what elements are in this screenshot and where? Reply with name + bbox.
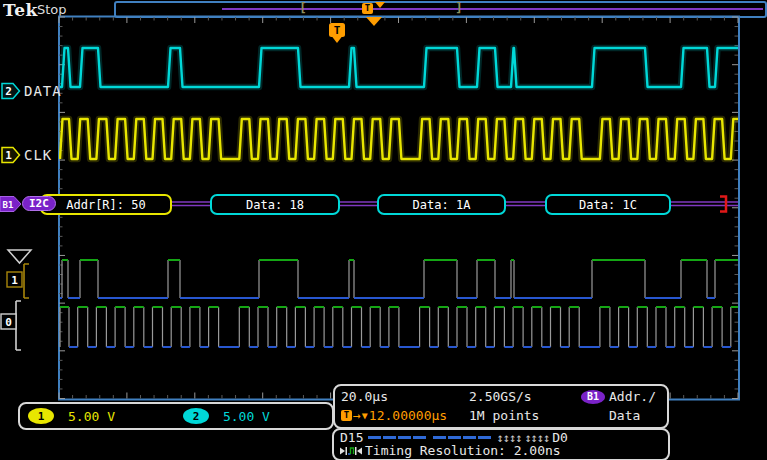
svg-text:B1: B1 <box>3 200 14 210</box>
horizontal-readout: 20.0µs 2.50GS/s B1 Addr./ T → ▼ 12.00000… <box>333 384 669 429</box>
ch2-data-trace <box>60 48 740 87</box>
d15-label: D15 <box>340 430 363 445</box>
ch2-label: DATA <box>24 83 62 99</box>
sample-rate: 2.50GS/s <box>469 389 581 404</box>
digital-readout: D15 ↕↕↕↕ ↕↕↕↕ D0 Timing Resolution: 2.00… <box>332 428 670 460</box>
bus-protocol-badge: I2C <box>22 196 56 211</box>
d1-marker: 1 <box>7 264 29 298</box>
svg-text:0: 0 <box>5 316 12 329</box>
d0-trace-edges <box>60 307 731 347</box>
bus-name-line1: B1 Addr./ <box>581 389 663 404</box>
d3-d0-activity-icon: ↕↕↕↕ <box>524 432 549 444</box>
trigger-arrow-icon: → <box>353 408 361 423</box>
bus-b1-marker: B1 <box>0 197 21 212</box>
ch1-badge: 1 <box>28 408 54 424</box>
d7-d4-activity-icon: ↕↕↕↕ <box>496 432 521 444</box>
trigger-delay-readout: T → ▼ 12.00000µs <box>341 408 469 423</box>
bus-data-box: Data: 1A <box>377 194 506 215</box>
ch1-scale: 5.00 V <box>68 409 115 424</box>
ch2-data-trace-glow <box>60 48 740 87</box>
bus-data-box: Data: 1C <box>545 194 671 215</box>
svg-text:1: 1 <box>5 149 12 162</box>
trigger-t-icon: T <box>329 23 345 43</box>
timebase: 20.0µs <box>341 389 469 404</box>
oscilloscope-screen: Tek Stop [ ] T T 2 1 <box>0 0 767 460</box>
bus-data-box: Data: 18 <box>210 194 340 215</box>
trigger-position-triangle-icon <box>366 17 382 26</box>
trigger-triangle-icon: ▼ <box>362 410 368 421</box>
ch2-badge: 2 <box>183 408 209 424</box>
svg-text:T: T <box>334 24 341 37</box>
b1-badge: B1 <box>581 390 605 404</box>
timing-resolution-icon <box>340 445 362 457</box>
bus-addr-box: Addr[R]: 50 <box>40 194 172 215</box>
timing-resolution: Timing Resolution: 2.00ns <box>365 443 561 458</box>
d11-d8-low-indicator <box>433 436 491 439</box>
d15-d12-low-indicator <box>368 436 426 439</box>
digital-group-triangle-icon <box>8 250 31 263</box>
svg-text:1: 1 <box>11 274 18 287</box>
ch2-scale: 5.00 V <box>223 409 270 424</box>
d0-marker: 0 <box>1 301 21 350</box>
svg-text:2: 2 <box>5 85 12 98</box>
d1-trace-edges <box>62 260 715 298</box>
channel-scale-readout: 1 5.00 V 2 5.00 V <box>18 402 334 430</box>
i2c-stop-bracket <box>720 197 726 212</box>
ch1-marker: 1 <box>2 148 20 163</box>
record-length: 1M points <box>469 408 581 423</box>
ch1-label: CLK <box>24 147 52 163</box>
bus-name-line2: Data <box>581 408 663 423</box>
ch2-marker: 2 <box>2 84 20 99</box>
trigger-delay-value: 12.00000µs <box>369 408 447 423</box>
trigger-t-small-icon: T <box>341 410 352 421</box>
